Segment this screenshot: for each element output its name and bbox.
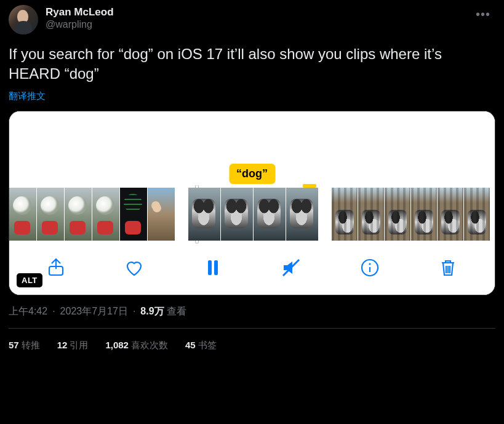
likes-link[interactable]: 1,082喜欢次数 [105,340,168,351]
media-top: “dog” [9,111,495,185]
bookmarks-label: 书签 [198,340,217,350]
clip-frame [92,188,119,241]
media-card[interactable]: “dog” [9,111,495,295]
pause-button[interactable] [199,255,226,282]
tweet-time[interactable]: 上午4:42 [9,305,47,318]
more-button[interactable]: ••• [471,5,495,24]
alt-badge[interactable]: ALT [17,273,42,287]
clip-3[interactable] [332,188,490,241]
clip-frame [254,188,286,241]
trash-icon [438,257,458,281]
video-filmstrip[interactable] [9,185,495,244]
author-names[interactable]: Ryan McLeod @warpling [46,5,463,30]
clip-1[interactable] [9,188,175,241]
clip-frame [385,188,410,241]
clip-frame [438,188,463,241]
display-name: Ryan McLeod [46,6,463,18]
info-icon [359,257,380,281]
clip-frame [120,188,147,241]
likes-count: 1,082 [105,340,129,350]
quotes-label: 引用 [70,340,88,350]
views-count: 8.9万 [140,305,164,318]
delete-button[interactable] [434,255,462,282]
mute-icon [281,257,302,281]
clip-frame [464,188,490,241]
svg-rect-1 [208,260,212,275]
clip-frame [148,188,175,241]
tweet-text: If you search for “dog” on iOS 17 it’ll … [9,44,495,84]
svg-point-6 [369,263,370,265]
engagement-counts: 57转推 12引用 1,082喜欢次数 45书签 [9,329,495,354]
heart-icon [124,257,145,281]
likes-label: 喜欢次数 [131,340,168,350]
retweets-label: 转推 [22,340,40,350]
tweet-container: Ryan McLeod @warpling ••• If you search … [9,5,495,354]
handle: @warpling [46,19,463,30]
search-tag: “dog” [229,164,275,184]
views-label: 查看 [167,305,186,318]
clip-frame [286,188,318,241]
retweets-link[interactable]: 57转推 [9,340,40,351]
pause-icon [202,257,223,281]
media-toolbar [9,244,495,295]
quotes-count: 12 [57,340,68,350]
like-button[interactable] [121,255,148,282]
mute-button[interactable] [278,255,305,282]
quotes-link[interactable]: 12引用 [57,340,89,351]
svg-rect-2 [214,260,218,275]
clip-frame [188,188,220,241]
clip-frame [37,188,64,241]
clip-frame [65,188,92,241]
dot-separator: · [52,306,55,317]
retweets-count: 57 [9,340,19,350]
bookmarks-count: 45 [185,340,196,350]
clip-frame [9,188,36,241]
clip-frame [221,188,253,241]
clip-2[interactable] [188,188,318,241]
clip-frame [411,188,437,241]
info-button[interactable] [356,255,383,282]
translate-link[interactable]: 翻译推文 [9,90,495,102]
share-button[interactable] [42,255,70,282]
clip-frame [332,188,358,241]
share-icon [46,257,66,281]
avatar[interactable] [9,5,38,34]
tweet-header: Ryan McLeod @warpling ••• [9,5,495,34]
clip-frame [358,188,384,241]
bookmarks-link[interactable]: 45书签 [185,340,217,351]
tweet-date[interactable]: 2023年7月17日 [60,305,128,318]
tweet-meta: 上午4:42 · 2023年7月17日 · 8.9万 查看 [9,305,495,318]
dot-separator: · [133,306,135,317]
